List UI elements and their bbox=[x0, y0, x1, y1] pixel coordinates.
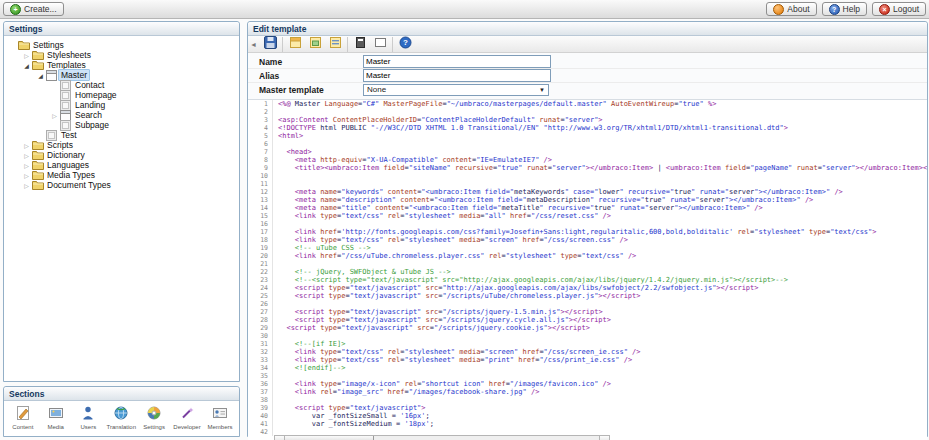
tree-item-templates[interactable]: ◢Templates bbox=[4, 60, 239, 70]
tree-item-scripts[interactable]: ▷Scripts bbox=[4, 140, 239, 150]
property-row-alias: Alias bbox=[248, 69, 927, 83]
toolbar-group: ? bbox=[392, 37, 417, 52]
code-editor[interactable]: 1<%@ Master Language="C#" MasterPageFile… bbox=[248, 100, 927, 440]
insert-dictionary-item-icon bbox=[354, 36, 367, 52]
insert-content-area-button[interactable] bbox=[307, 37, 323, 52]
toolbar-group bbox=[347, 37, 392, 52]
tree-item-subpage[interactable]: Subpage bbox=[4, 120, 239, 130]
code-text: <script type="text/javascript" src="http… bbox=[273, 284, 759, 292]
property-row-name: Name bbox=[248, 55, 927, 69]
tree-item-label: Stylesheets bbox=[44, 50, 94, 60]
insert-content-placeholder-button[interactable] bbox=[287, 37, 303, 52]
section-item-label: Translation bbox=[107, 424, 136, 430]
section-item-members[interactable]: Members bbox=[209, 405, 231, 430]
line-number: 5 bbox=[248, 132, 273, 140]
section-item-users[interactable]: Users bbox=[78, 405, 100, 430]
expander-icon[interactable]: ▷ bbox=[22, 152, 31, 159]
tree-item-languages[interactable]: ▷Languages bbox=[4, 160, 239, 170]
insert-macro-icon bbox=[374, 36, 387, 52]
tree-item-label: Media Types bbox=[44, 170, 98, 180]
insert-macro-button[interactable] bbox=[372, 37, 388, 52]
tree-item-landing[interactable]: Landing bbox=[4, 100, 239, 110]
tree-item-media-types[interactable]: ▷Media Types bbox=[4, 170, 239, 180]
line-number: 17 bbox=[248, 228, 273, 236]
code-text: <meta name="title" content="<umbraco:Ite… bbox=[273, 204, 763, 212]
section-item-media[interactable]: Media bbox=[45, 405, 67, 430]
expander-icon[interactable]: ◢ bbox=[36, 72, 45, 79]
code-line: 9 <title><umbraco:Item field="siteName" … bbox=[248, 164, 927, 172]
code-text bbox=[273, 300, 278, 308]
code-line: 8 <meta http-equiv="X-UA-Compatible" con… bbox=[248, 156, 927, 164]
expander-icon[interactable]: ▷ bbox=[22, 142, 31, 149]
insert-dictionary-item-button[interactable] bbox=[352, 37, 368, 52]
section-item-developer[interactable]: Developer bbox=[176, 405, 198, 430]
expander-icon[interactable]: ▷ bbox=[22, 162, 31, 169]
help-button[interactable]: ? Help bbox=[822, 2, 867, 16]
tree-item-homepage[interactable]: Homepage bbox=[4, 90, 239, 100]
code-line: 20 <link href="/css/uTube.chromeless.pla… bbox=[248, 252, 927, 260]
tree-item-search[interactable]: ▷Search bbox=[4, 110, 239, 120]
tree-item-contact[interactable]: Contact bbox=[4, 80, 239, 90]
code-lines: 1<%@ Master Language="C#" MasterPageFile… bbox=[248, 100, 927, 436]
settings-tree-panel: Settings Settings▷Stylesheets◢Templates◢… bbox=[3, 21, 240, 382]
about-button-label: About bbox=[787, 4, 809, 14]
expander-icon[interactable]: ◢ bbox=[22, 62, 31, 69]
toolbar-group bbox=[282, 37, 347, 52]
tree-item-test[interactable]: Test bbox=[4, 130, 239, 140]
section-item-content[interactable]: Content bbox=[12, 405, 34, 430]
master-template-select[interactable]: None▼ bbox=[363, 84, 549, 96]
line-number: 23 bbox=[248, 276, 273, 284]
code-line: 21 bbox=[248, 260, 927, 268]
tree-item-dictionary[interactable]: ▷Dictionary bbox=[4, 150, 239, 160]
save-button[interactable] bbox=[262, 37, 278, 52]
umbraco-backoffice: + Create... About ? Help × Logout Settin… bbox=[0, 0, 929, 440]
tree-item-master[interactable]: ◢Master bbox=[4, 70, 239, 80]
tree-item-settings[interactable]: Settings bbox=[4, 40, 239, 50]
section-item-label: Content bbox=[12, 424, 33, 430]
line-number: 10 bbox=[248, 172, 273, 180]
tree-item-document-types[interactable]: ▷Document Types bbox=[4, 180, 239, 190]
tree-item-stylesheets[interactable]: ▷Stylesheets bbox=[4, 50, 239, 60]
code-line: 19 <!-- uTube CSS --> bbox=[248, 244, 927, 252]
help-button-label: Help bbox=[843, 4, 860, 14]
section-item-translation[interactable]: Translation bbox=[110, 405, 132, 430]
code-line: 10 bbox=[248, 172, 927, 180]
line-number: 11 bbox=[248, 180, 273, 188]
content-section-icon bbox=[15, 405, 31, 423]
logout-button[interactable]: × Logout bbox=[872, 2, 926, 16]
code-text: <meta http-equiv="X-UA-Compatible" conte… bbox=[273, 156, 552, 164]
name-input[interactable] bbox=[363, 55, 551, 68]
code-line: 37 <link rel="image_src" href="/images/f… bbox=[248, 388, 927, 396]
code-line: 36 <link type="image/x-icon" rel="shortc… bbox=[248, 380, 927, 388]
collapse-panel-icon[interactable]: ◄ bbox=[250, 41, 258, 48]
line-number: 26 bbox=[248, 300, 273, 308]
translation-section-icon bbox=[113, 405, 129, 423]
editor-toolbar: ◄ ? bbox=[248, 36, 927, 53]
create-button[interactable]: + Create... bbox=[3, 2, 64, 16]
section-item-settings[interactable]: Settings bbox=[143, 405, 165, 430]
scrollbar-track[interactable] bbox=[374, 436, 599, 440]
about-button[interactable]: About bbox=[766, 2, 816, 16]
code-line: 29 <script type="text/javascript" src="/… bbox=[248, 324, 927, 332]
toolbar-groups: ? bbox=[258, 37, 417, 52]
insert-page-field-button[interactable] bbox=[327, 37, 343, 52]
create-plus-icon: + bbox=[10, 4, 21, 15]
scrollbar-thumb[interactable]: ▪▪ bbox=[285, 436, 374, 440]
expander-icon[interactable]: ▷ bbox=[22, 52, 31, 59]
help-button[interactable]: ? bbox=[397, 37, 413, 52]
scroll-left-arrow[interactable]: ◄ bbox=[275, 436, 285, 440]
code-text: <!--[if IE]> bbox=[273, 340, 345, 348]
panel-splitter[interactable] bbox=[241, 21, 246, 437]
line-number: 22 bbox=[248, 268, 273, 276]
code-line: 13 <meta name="description" content="<um… bbox=[248, 196, 927, 204]
expander-icon[interactable]: ▷ bbox=[22, 172, 31, 179]
scroll-right-arrow[interactable]: ► bbox=[599, 436, 609, 440]
folder-icon bbox=[31, 160, 44, 170]
save-icon bbox=[264, 36, 277, 52]
code-line: 30 bbox=[248, 332, 927, 340]
expander-icon[interactable]: ▷ bbox=[50, 112, 59, 119]
folder-icon bbox=[31, 60, 44, 70]
alias-input[interactable] bbox=[363, 69, 551, 82]
line-number: 15 bbox=[248, 212, 273, 220]
expander-icon[interactable]: ▷ bbox=[22, 182, 31, 189]
